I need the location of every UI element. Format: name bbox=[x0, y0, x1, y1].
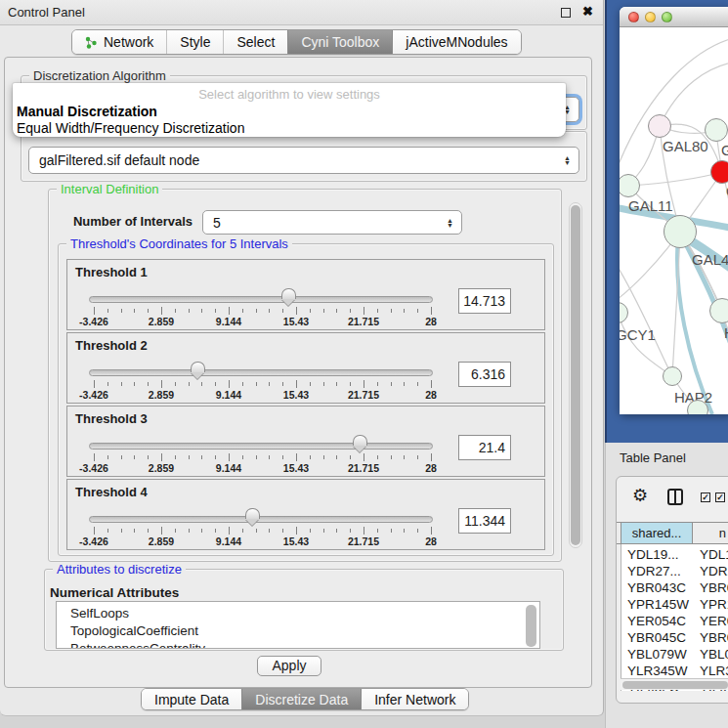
mac-close-icon[interactable] bbox=[628, 12, 639, 22]
table-row[interactable]: YPR145WYPR1 bbox=[621, 596, 728, 613]
network-node[interactable] bbox=[687, 400, 708, 414]
slider-thumb[interactable] bbox=[245, 508, 260, 519]
thresholds-group-label: Threshold's Coordinates for 5 Intervals bbox=[66, 236, 292, 251]
cell-shared-name: YDL19... bbox=[627, 546, 679, 563]
number-of-intervals-combobox[interactable]: 5 ▲▼ bbox=[202, 210, 462, 235]
network-node[interactable] bbox=[710, 160, 728, 184]
network-node[interactable] bbox=[664, 215, 697, 248]
tick-mark bbox=[256, 529, 257, 533]
tick-mark bbox=[107, 455, 108, 459]
tab-select[interactable]: Select bbox=[223, 30, 287, 54]
tick-mark bbox=[404, 529, 405, 533]
tab-discretize-data-label: Discretize Data bbox=[255, 692, 348, 707]
network-node-label: G bbox=[721, 142, 728, 158]
mac-zoom-icon[interactable] bbox=[662, 12, 672, 22]
tick-mark bbox=[336, 382, 337, 386]
tick-mark bbox=[310, 455, 311, 459]
cell-name: YBL0 bbox=[700, 646, 728, 663]
tick-label: 9.144 bbox=[216, 535, 241, 547]
network-view-window: GAL80GCGAL11GAL4HGCY1HAP2 bbox=[620, 7, 728, 414]
threshold-value-field[interactable]: 21.4 bbox=[458, 435, 511, 460]
checkbox-icon[interactable]: ✓ bbox=[715, 492, 725, 502]
tab-discretize-data[interactable]: Discretize Data bbox=[241, 689, 361, 709]
network-node-label: H bbox=[724, 324, 728, 341]
table-data-combobox[interactable]: galFiltered.sif default node ▲▼ bbox=[28, 147, 579, 174]
close-icon[interactable]: ✖ bbox=[582, 4, 593, 19]
table-row[interactable]: YBR045CYBR0 bbox=[621, 629, 728, 646]
table-row[interactable]: YDR27...YDR2 bbox=[621, 563, 728, 579]
tick-mark bbox=[431, 453, 432, 461]
tab-style[interactable]: Style bbox=[166, 30, 223, 54]
cell-shared-name: YDR27... bbox=[627, 563, 681, 579]
checkbox-icon[interactable]: ✓ bbox=[701, 492, 710, 502]
slider-track[interactable] bbox=[89, 296, 433, 303]
tab-network[interactable]: Network bbox=[72, 30, 166, 54]
apply-button[interactable]: Apply bbox=[257, 656, 321, 676]
threshold-panel: Threshold 3-3.4262.8599.14415.4321.71528… bbox=[66, 406, 545, 477]
table-row[interactable]: YBR043CYBR0 bbox=[621, 579, 728, 596]
tick-mark bbox=[134, 455, 135, 459]
tick-mark bbox=[242, 455, 243, 459]
threshold-value-field[interactable]: 6.316 bbox=[458, 362, 511, 387]
combo-stepper-icon: ▲▼ bbox=[564, 155, 571, 165]
slider-thumb[interactable] bbox=[191, 362, 205, 372]
tab-impute-data[interactable]: Impute Data bbox=[142, 689, 241, 709]
tick-mark bbox=[431, 307, 432, 315]
table-row[interactable]: YDL19...YDL1 bbox=[621, 546, 728, 563]
slider-track[interactable] bbox=[89, 516, 433, 523]
tick-mark bbox=[417, 529, 418, 533]
network-node[interactable] bbox=[705, 118, 728, 142]
attribute-list-item[interactable]: SelfLoops bbox=[70, 606, 129, 621]
tick-label: 15.43 bbox=[283, 462, 309, 474]
attribute-list-item[interactable]: BetweennessCentrality bbox=[70, 641, 205, 649]
network-canvas[interactable]: GAL80GCGAL11GAL4HGCY1HAP2 bbox=[620, 27, 728, 414]
tick-mark bbox=[310, 529, 311, 533]
slider-tick-labels: -3.4262.8599.14415.4321.71528 bbox=[94, 462, 431, 474]
column-layout-icon[interactable] bbox=[667, 489, 683, 505]
attribute-list-item[interactable]: TopologicalCoefficient bbox=[70, 623, 198, 638]
slider-track[interactable] bbox=[89, 369, 433, 376]
threshold-label: Threshold 4 bbox=[75, 485, 148, 499]
interval-scrollbar[interactable] bbox=[569, 202, 582, 548]
tick-mark bbox=[201, 455, 202, 459]
numerical-attributes-list[interactable]: SelfLoopsTopologicalCoefficientBetweenne… bbox=[56, 601, 540, 649]
column-header-name[interactable]: n bbox=[694, 523, 728, 543]
network-node[interactable] bbox=[709, 298, 728, 323]
float-window-icon[interactable] bbox=[561, 8, 571, 18]
slider-thumb[interactable] bbox=[353, 435, 367, 446]
network-node[interactable] bbox=[663, 366, 682, 386]
mac-minimize-icon[interactable] bbox=[645, 12, 656, 22]
threshold-value-field[interactable]: 14.713 bbox=[458, 288, 511, 314]
tick-mark bbox=[350, 309, 351, 313]
tick-label: 21.715 bbox=[348, 462, 379, 474]
threshold-value-field[interactable]: 11.344 bbox=[458, 508, 511, 534]
table-hscroll-thumb[interactable] bbox=[622, 681, 728, 689]
tick-mark bbox=[336, 455, 337, 459]
tick-mark bbox=[269, 529, 270, 533]
tab-jactivemnodules[interactable]: jActiveMNodules bbox=[392, 30, 520, 54]
table-row[interactable]: YER054CYER0 bbox=[621, 613, 728, 629]
slider-track[interactable] bbox=[89, 443, 433, 450]
attributes-scrollbar-thumb[interactable] bbox=[526, 605, 536, 647]
table-row[interactable]: YBL079WYBL0 bbox=[621, 646, 728, 663]
tick-mark bbox=[336, 529, 337, 533]
gear-icon[interactable]: ⚙ bbox=[632, 485, 648, 506]
network-node[interactable] bbox=[648, 114, 671, 138]
tick-mark bbox=[417, 309, 418, 313]
dropdown-option-manual[interactable]: Manual Discretization bbox=[17, 104, 157, 119]
column-header-shared-name[interactable]: shared... bbox=[621, 523, 693, 543]
table-horizontal-scrollbar[interactable] bbox=[621, 678, 728, 690]
dropdown-option-equal-width[interactable]: Equal Width/Frequency Discretization bbox=[17, 120, 244, 136]
cell-shared-name: YBR043C bbox=[627, 579, 686, 596]
tick-mark bbox=[121, 309, 122, 313]
tick-mark bbox=[391, 309, 392, 313]
table-row[interactable]: YLR345WYLR3 bbox=[621, 663, 728, 679]
tick-mark bbox=[134, 309, 135, 313]
slider-thumb[interactable] bbox=[281, 288, 296, 299]
tick-mark bbox=[417, 455, 418, 459]
slider-ticks bbox=[94, 380, 431, 389]
tab-infer-network[interactable]: Infer Network bbox=[361, 689, 468, 709]
tick-mark bbox=[229, 527, 230, 535]
interval-scrollbar-thumb[interactable] bbox=[571, 205, 580, 545]
tab-cyni-toolbox[interactable]: Cyni Toolbox bbox=[287, 30, 392, 54]
